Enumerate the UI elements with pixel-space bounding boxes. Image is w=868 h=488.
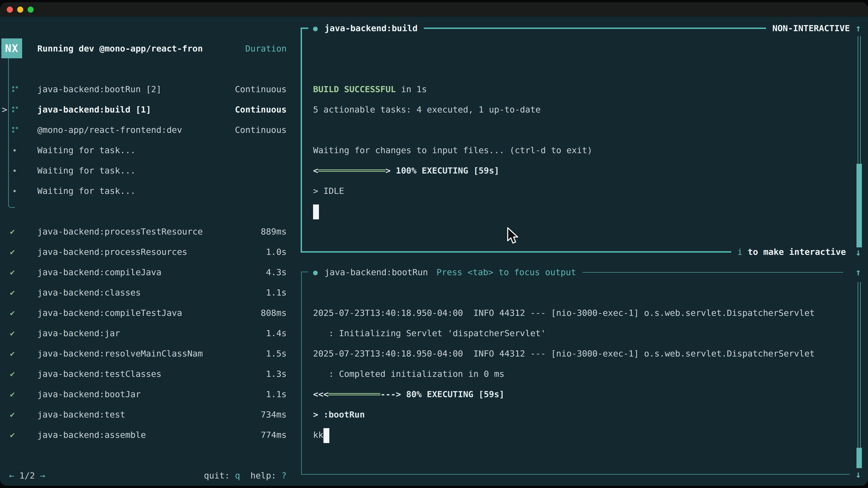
terminal-line: BUILD SUCCESSFUL in 1s: [313, 79, 427, 99]
check-icon: ✔: [10, 344, 15, 364]
waiting-dot-icon: [13, 149, 16, 151]
check-icon: ✔: [10, 425, 15, 445]
task-bullet-icon: ●: [313, 268, 318, 277]
task-row[interactable]: Waiting for task...: [0, 140, 301, 160]
check-icon: ✔: [10, 262, 15, 283]
terminal-line: : Completed initialization in 0 ms: [313, 364, 504, 384]
build-panel-left-border: [301, 28, 302, 253]
task-name: java-backend:bootJar: [37, 384, 141, 404]
bootrun-panel-header[interactable]: ●java-backend:bootRun Press <tab> to foc…: [313, 262, 849, 283]
task-row[interactable]: java-backend:compileJava 4.3s ✔: [0, 262, 301, 283]
spinner-icon: [12, 86, 20, 93]
build-panel-title: java-backend:build: [324, 23, 417, 33]
task-row[interactable]: java-backend:assemble 774ms ✔: [0, 425, 301, 445]
page-left-arrow-icon[interactable]: ←: [9, 470, 14, 481]
task-name: java-backend:processTestResource: [37, 221, 203, 242]
terminal-line: <<<══════════---> 80% EXECUTING [59s]: [313, 384, 504, 404]
task-name: java-backend:assemble: [37, 425, 146, 445]
task-name: java-backend:compileJava: [37, 262, 161, 283]
header-rule: [583, 272, 843, 273]
check-icon: ✔: [10, 221, 15, 242]
task-bullet-icon: ●: [313, 24, 318, 33]
keyboard-hints: quit: q help: ?: [204, 465, 287, 486]
titlebar: [0, 2, 868, 17]
task-duration: 1.0s: [266, 242, 287, 262]
bootrun-panel-title: java-backend:bootRun: [324, 267, 428, 277]
bootrun-panel-bottom-border: [301, 474, 849, 475]
task-name: java-backend:build [1]: [37, 99, 151, 120]
terminal-line: > IDLE: [313, 181, 344, 201]
page-right-arrow-icon[interactable]: →: [40, 470, 45, 481]
build-panel-bottom-border: [301, 251, 731, 253]
task-name: java-backend:classes: [37, 283, 141, 303]
task-duration: 1.5s: [266, 344, 287, 364]
task-name: java-backend:jar: [37, 323, 120, 344]
task-row[interactable]: Waiting for task...: [0, 181, 301, 201]
sidebar-footer: ← 1/2 → quit: q help: ?: [0, 465, 301, 486]
task-name: java-backend:compileTestJava: [37, 303, 182, 323]
task-row[interactable]: Waiting for task...: [0, 160, 301, 181]
spinner-icon: [12, 126, 20, 134]
task-duration: 1.1s: [266, 283, 287, 303]
build-scroll-down-icon[interactable]: ↓: [850, 242, 866, 263]
terminal-line: > :bootRun: [313, 404, 365, 425]
task-row[interactable]: java-backend:jar 1.4s ✔: [0, 323, 301, 344]
close-window-button[interactable]: [7, 6, 13, 13]
block-cursor: [323, 428, 329, 443]
build-scrollbar-thumb[interactable]: [857, 164, 862, 248]
task-name: java-backend:resolveMainClassNam: [37, 344, 203, 364]
task-row[interactable]: java-backend:testClasses 1.3s ✔: [0, 364, 301, 384]
terminal-line: 2025-07-23T13:40:18.950-04:00 INFO 44312…: [313, 303, 815, 323]
minimize-window-button[interactable]: [17, 6, 23, 13]
build-panel-corner-stub: [301, 28, 308, 29]
terminal-line: <═════════════> 100% EXECUTING [59s]: [313, 160, 499, 181]
duration-column-header: Duration: [245, 38, 287, 59]
task-row[interactable]: @mono-app/react-frontend:dev Continuous: [0, 120, 301, 140]
waiting-dot-icon: [13, 190, 16, 192]
non-interactive-badge: NON-INTERACTIVE: [772, 23, 850, 33]
task-row[interactable]: java-backend:bootJar 1.1s ✔: [0, 384, 301, 404]
terminal-line: 5 actionable tasks: 4 executed, 1 up-to-…: [313, 99, 541, 120]
check-icon: ✔: [10, 303, 15, 323]
task-duration: Continuous: [235, 99, 287, 120]
selected-task-caret-icon: >: [2, 99, 7, 120]
page-indicator: 1/2: [20, 470, 35, 481]
task-row[interactable]: java-backend:bootRun [2] Continuous: [0, 79, 301, 99]
bootrun-panel-left-border: [301, 271, 302, 475]
task-row[interactable]: java-backend:processTestResource 889ms ✔: [0, 221, 301, 242]
task-duration: 4.3s: [266, 262, 287, 283]
check-icon: ✔: [10, 323, 15, 344]
task-row[interactable]: java-backend:resolveMainClassNam 1.5s ✔: [0, 344, 301, 364]
zoom-window-button[interactable]: [28, 6, 34, 13]
build-scroll-up-icon[interactable]: ↑: [850, 18, 866, 38]
task-name: @mono-app/react-frontend:dev: [37, 120, 182, 140]
task-duration: 889ms: [261, 221, 287, 242]
bootrun-scrollbar-track[interactable]: [858, 282, 861, 463]
block-cursor: [313, 204, 319, 219]
check-icon: ✔: [10, 242, 15, 262]
bootrun-scroll-up-icon[interactable]: ↑: [850, 262, 866, 283]
terminal-line: kk: [313, 425, 329, 445]
terminal-line: [313, 201, 319, 221]
task-row[interactable]: java-backend:classes 1.1s ✔: [0, 283, 301, 303]
bootrun-panel-corner-stub: [301, 271, 308, 272]
bootrun-scroll-down-icon[interactable]: ↓: [850, 464, 866, 485]
spinner-icon: [12, 106, 20, 113]
check-icon: ✔: [10, 404, 15, 425]
task-row-selected[interactable]: java-backend:build [1] Continuous >: [0, 99, 301, 120]
mouse-cursor: [507, 227, 520, 246]
help-key: ?: [281, 470, 287, 481]
sidebar-header: Running dev @mono-app/react-fron Duratio…: [0, 38, 301, 59]
terminal-line: 2025-07-23T13:40:18.950-04:00 INFO 44312…: [313, 344, 815, 364]
header-rule: [424, 28, 766, 29]
interactive-hint: i to make interactive: [737, 242, 846, 262]
task-duration: Continuous: [235, 79, 287, 99]
pagination[interactable]: ← 1/2 →: [9, 465, 45, 486]
task-row[interactable]: java-backend:test 734ms ✔: [0, 404, 301, 425]
waiting-dot-icon: [13, 170, 16, 172]
task-name: java-backend:test: [37, 404, 125, 425]
focus-output-hint: Press <tab> to focus output: [436, 267, 576, 277]
task-row[interactable]: java-backend:processResources 1.0s ✔: [0, 242, 301, 262]
task-row[interactable]: java-backend:compileTestJava 808ms ✔: [0, 303, 301, 323]
build-panel-header[interactable]: ●java-backend:build NON-INTERACTIVE: [313, 18, 850, 38]
